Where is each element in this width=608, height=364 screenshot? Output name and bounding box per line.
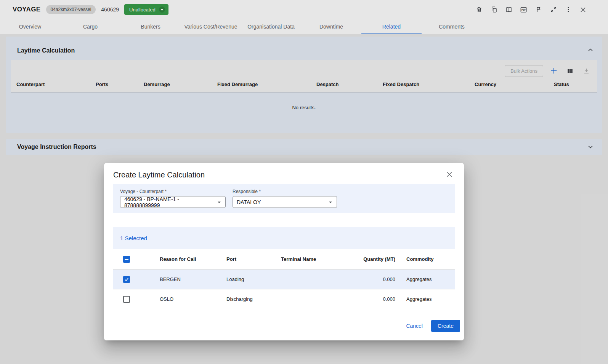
cell-commodity: Aggregates bbox=[395, 296, 455, 302]
column-header-commodity: Commodity bbox=[395, 256, 455, 262]
selection-table-header: Reason for Call Port Terminal Name Quant… bbox=[113, 249, 455, 270]
select-all-checkbox[interactable] bbox=[123, 256, 130, 263]
row-checkbox[interactable] bbox=[123, 296, 130, 303]
cell-commodity: Aggregates bbox=[395, 276, 455, 282]
column-header-terminal-name: Terminal Name bbox=[281, 256, 357, 262]
dialog-form-section: Voyage - Counterpart * 460629 - BP-NAME-… bbox=[113, 184, 455, 213]
divider bbox=[104, 218, 464, 218]
create-laytime-dialog: Create Laytime Calculation Voyage - Coun… bbox=[104, 163, 464, 340]
column-header-reason-for-call: Reason for Call bbox=[160, 256, 226, 262]
dialog-actions: Cancel Create bbox=[104, 309, 464, 337]
cell-quantity: 0.000 bbox=[357, 276, 395, 282]
responsible-label: Responsible * bbox=[233, 189, 337, 194]
dialog-close-button[interactable] bbox=[444, 169, 455, 180]
dropdown-arrow-icon bbox=[216, 199, 223, 206]
dropdown-arrow-icon bbox=[327, 199, 334, 206]
selection-summary: 1 Selected bbox=[113, 227, 455, 249]
voyage-counterpart-value: 460629 - BP-NAME-1 - 878888899999 bbox=[124, 196, 216, 208]
voyage-counterpart-select[interactable]: 460629 - BP-NAME-1 - 878888899999 bbox=[120, 196, 226, 208]
voyage-counterpart-label: Voyage - Counterpart * bbox=[120, 189, 226, 194]
table-row[interactable]: OSLO Discharging 0.000 Aggregates bbox=[113, 289, 455, 309]
cell-port: Discharging bbox=[226, 296, 281, 302]
close-icon bbox=[446, 171, 453, 179]
column-header-port: Port bbox=[226, 256, 281, 262]
cell-reason-for-call: OSLO bbox=[160, 296, 226, 302]
cell-quantity: 0.000 bbox=[357, 296, 395, 302]
responsible-field: Responsible * DATALOY bbox=[233, 189, 337, 208]
responsible-select[interactable]: DATALOY bbox=[233, 196, 337, 208]
cell-port: Loading bbox=[226, 276, 281, 282]
voyage-counterpart-field: Voyage - Counterpart * 460629 - BP-NAME-… bbox=[120, 189, 226, 208]
port-call-selection: 1 Selected Reason for Call Port Terminal… bbox=[113, 227, 455, 309]
column-header-quantity: Quantity (MT) bbox=[357, 256, 395, 262]
responsible-value: DATALOY bbox=[237, 199, 261, 205]
dialog-title: Create Laytime Calculation bbox=[113, 171, 205, 179]
table-row[interactable]: BERGEN Loading 0.000 Aggregates bbox=[113, 270, 455, 289]
cancel-button[interactable]: Cancel bbox=[401, 320, 427, 332]
create-button[interactable]: Create bbox=[431, 320, 460, 332]
cell-reason-for-call: BERGEN bbox=[160, 276, 226, 282]
row-checkbox[interactable] bbox=[123, 276, 130, 283]
